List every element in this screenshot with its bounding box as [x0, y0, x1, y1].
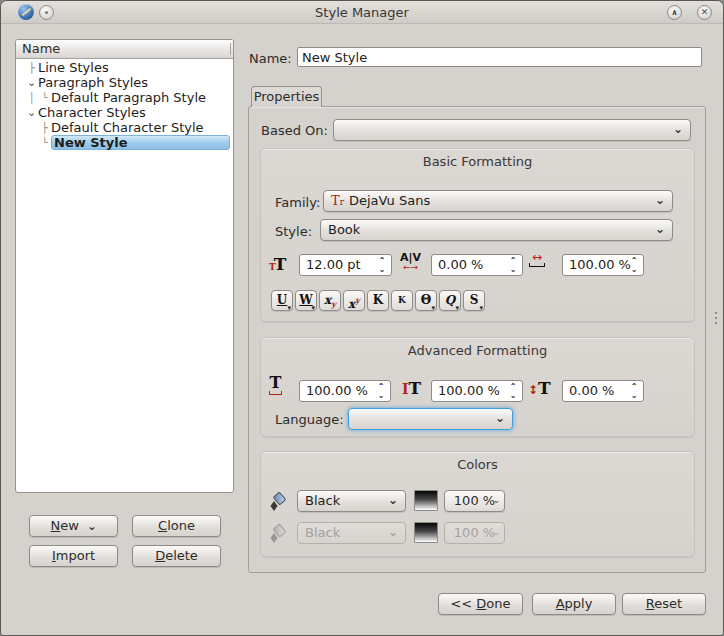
chevron-down-icon: ⌄ [388, 523, 398, 542]
mixed-case-button[interactable]: Q ▾ [439, 290, 461, 311]
close-button[interactable]: ✕ [697, 5, 712, 20]
superscript-button[interactable]: xy [343, 290, 365, 311]
baseline-offset-spinbox[interactable]: 0.00 % ⌃⌄ [562, 380, 644, 402]
clone-button[interactable]: Clone [132, 515, 221, 537]
width-scale-spinbox[interactable]: 100.00 % ⌃⌄ [299, 380, 391, 402]
menu-arrow-icon: ▾ [479, 304, 483, 311]
text-color-opacity-button[interactable]: 100 % ⌄ [444, 490, 505, 512]
expand-icon[interactable] [25, 75, 38, 90]
name-label: Name: [249, 51, 292, 66]
chevron-down-icon: ⌄ [495, 409, 505, 428]
tree-item-default-paragraph-style[interactable]: Default Paragraph Style [16, 90, 233, 105]
tree-item-new-style[interactable]: New Style [16, 135, 233, 150]
text-color-icon [269, 492, 287, 510]
splitter-handle[interactable] [715, 312, 717, 327]
chevron-down-icon: ⌄ [492, 490, 500, 510]
stretch-icon: ↔ [529, 253, 545, 267]
spinner-arrows-icon[interactable]: ⌃⌄ [507, 256, 519, 274]
family-combobox[interactable]: TrDejaVu Sans ⌄ [323, 190, 673, 212]
spinner-arrows-icon[interactable]: ⌃⌄ [376, 256, 388, 274]
strikethrough-style-button[interactable]: S ▾ [463, 290, 485, 311]
char-width-scale-icon: T [269, 376, 282, 395]
subscript-button[interactable]: xy [319, 290, 341, 311]
text-color-combobox[interactable]: Black ⌄ [297, 490, 406, 512]
letter-spacing-spinbox[interactable]: 0.00 % ⌃⌄ [431, 254, 523, 276]
word-underline-button[interactable]: W ▾ [295, 290, 317, 311]
char-height-scale-icon: IT [402, 378, 421, 398]
new-button[interactable]: New ⌄ [29, 515, 118, 537]
tree-header[interactable]: Name [16, 40, 233, 59]
chevron-down-icon: ⌄ [388, 491, 398, 510]
shade-button[interactable]: ∧ [667, 5, 682, 20]
spinner-arrows-icon[interactable]: ⌃⌄ [375, 382, 387, 400]
colors-title: Colors [260, 457, 695, 472]
strikethrough-button[interactable]: Θ ▾ [415, 290, 437, 311]
chevron-down-icon: ⌄ [492, 522, 500, 542]
name-input[interactable] [297, 47, 702, 67]
branch-icon [25, 60, 38, 75]
char-format-toolbar: U ▾ W ▾ xy xy K K Θ ▾ Q ▾ S ▾ [271, 290, 485, 311]
capitals-button[interactable]: K [367, 290, 389, 311]
style-manager-dialog: Style Manager ∧ ✕ Name Line Styles Parag… [0, 0, 724, 636]
basic-formatting-title: Basic Formatting [260, 154, 695, 169]
font-size-icon: TT [269, 254, 286, 274]
tree-item-default-character-style[interactable]: Default Character Style [16, 120, 233, 135]
styles-tree: Name Line Styles Paragraph Styles Defaul… [15, 39, 234, 493]
menu-arrow-icon: ▾ [287, 304, 291, 311]
spinner-arrows-icon[interactable]: ⌃⌄ [628, 256, 640, 274]
branch-icon [38, 120, 51, 135]
tab-properties[interactable]: Properties [251, 86, 322, 107]
chevron-down-icon: ⌄ [655, 191, 665, 210]
titlebar: Style Manager ∧ ✕ [1, 1, 723, 24]
baseline-offset-icon: ↕T [528, 378, 551, 398]
tree-item-paragraph-styles[interactable]: Paragraph Styles [16, 75, 233, 90]
branch-icon [38, 90, 51, 105]
branch-icon [38, 135, 51, 150]
text-color-swatch [414, 490, 438, 511]
tree-item-character-styles[interactable]: Character Styles [16, 105, 233, 120]
language-label: Language: [275, 412, 344, 427]
font-size-spinbox[interactable]: 12.00 pt ⌃⌄ [299, 254, 392, 276]
menu-arrow-icon: ▾ [431, 304, 435, 311]
shade-icon: ∧ [671, 8, 678, 17]
background-color-icon [269, 524, 287, 542]
menu-arrow-icon: ▾ [311, 304, 315, 311]
style-combobox[interactable]: Book ⌄ [320, 219, 673, 241]
family-label: Family: [275, 195, 320, 210]
done-button[interactable]: << Done [438, 593, 523, 615]
stretch-spinbox[interactable]: 100.00 % ⌃⌄ [562, 254, 644, 276]
background-color-combobox: Black ⌄ [297, 522, 406, 544]
underline-button[interactable]: U ▾ [271, 290, 293, 311]
delete-button[interactable]: Delete [132, 545, 221, 567]
small-caps-button[interactable]: K [391, 290, 413, 311]
expand-icon[interactable] [25, 105, 38, 120]
close-icon: ✕ [701, 7, 709, 17]
menu-arrow-icon: ▾ [455, 304, 459, 311]
spinner-arrows-icon[interactable]: ⌃⌄ [628, 382, 640, 400]
background-color-swatch [414, 522, 438, 543]
apply-button[interactable]: Apply [532, 593, 616, 615]
chevron-down-icon: ⌄ [87, 520, 96, 533]
advanced-formatting-title: Advanced Formatting [260, 343, 695, 358]
chevron-down-icon: ⌄ [655, 220, 665, 239]
background-color-opacity-button: 100 % ⌄ [444, 522, 505, 544]
window-title: Style Manager [1, 5, 723, 20]
height-scale-spinbox[interactable]: 100.00 % ⌃⌄ [431, 380, 523, 402]
based-on-label: Based On: [261, 123, 328, 138]
language-combobox[interactable]: ⌄ [348, 408, 513, 430]
based-on-combobox[interactable]: ⌄ [333, 119, 691, 141]
branch-icon [25, 90, 38, 105]
truetype-font-icon: Tr [331, 193, 344, 208]
letter-spacing-icon: A|V ←→ [400, 252, 421, 272]
style-label: Style: [275, 224, 312, 239]
reset-button[interactable]: Reset [622, 593, 706, 615]
tree-item-line-styles[interactable]: Line Styles [16, 60, 233, 75]
spinner-arrows-icon[interactable]: ⌃⌄ [507, 382, 519, 400]
import-button[interactable]: Import [29, 545, 118, 567]
chevron-down-icon: ⌄ [673, 120, 683, 139]
